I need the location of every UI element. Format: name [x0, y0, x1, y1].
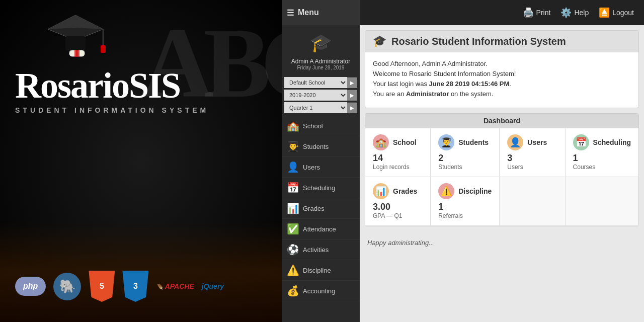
- dash-item-users[interactable]: 👤 Users 3 Users: [500, 128, 565, 177]
- dash-users-header: 👤 Users: [507, 134, 557, 150]
- dash-item-empty1: [500, 177, 565, 226]
- scheduling-menu-label: Scheduling: [303, 184, 335, 192]
- dash-students-label: Students: [438, 164, 492, 171]
- year-dropdown[interactable]: 2019-2020 ▶: [284, 90, 357, 101]
- system-icon: 🎓: [373, 35, 386, 48]
- dash-school-header: 🏫 School: [373, 134, 423, 150]
- help-label: Help: [574, 9, 589, 17]
- user-name: Admin A Administrator: [287, 58, 355, 65]
- graduation-cap-icon: [45, 10, 106, 60]
- sidebar-item-discipline[interactable]: ⚠️ Discipline: [282, 260, 360, 281]
- dash-grades-icon: 📊: [373, 183, 389, 199]
- php-logo: php: [15, 277, 46, 296]
- dash-discipline-count: 1: [438, 202, 492, 212]
- welcome-title: Rosario Student Information System: [391, 36, 566, 47]
- menu-icon: ☰: [287, 8, 294, 18]
- last-login-prefix: Your last login was: [373, 80, 429, 88]
- school-arrow-icon[interactable]: ▶: [347, 77, 357, 88]
- menu-items-list: 🏫 School 👨‍🎓 Students 👤 Users 📅 Scheduli…: [282, 116, 360, 301]
- welcome-header: 🎓 Rosario Student Information System: [365, 31, 638, 52]
- user-info: 🎓 Admin A Administrator Friday June 28, …: [282, 25, 360, 75]
- dash-users-label: Users: [507, 164, 557, 171]
- dash-item-school[interactable]: 🏫 School 14 Login records: [365, 128, 431, 177]
- dash-scheduling-header: 📅 Scheduling: [573, 134, 631, 150]
- user-date: Friday June 28, 2019: [287, 65, 355, 70]
- logout-label: Logout: [612, 9, 634, 17]
- school-select[interactable]: Default School: [284, 77, 347, 88]
- svg-rect-6: [101, 45, 106, 53]
- main-content: 🎓 Rosario Student Information System Goo…: [360, 25, 644, 322]
- quarter-select[interactable]: Quarter 1: [284, 102, 347, 113]
- scheduling-menu-icon: 📅: [287, 182, 299, 194]
- dash-students-header: 👨‍🎓 Students: [438, 134, 492, 150]
- dash-discipline-header: ⚠️ Discipline: [438, 183, 492, 199]
- dash-grades-title: Grades: [393, 187, 417, 195]
- sidebar-item-school[interactable]: 🏫 School: [282, 116, 360, 136]
- grades-menu-icon: 📊: [287, 202, 299, 214]
- menu-header: ☰ Menu: [282, 0, 360, 25]
- role-line: You are an Administrator on the system.: [373, 90, 631, 98]
- school-menu-icon: 🏫: [287, 120, 299, 132]
- dash-grades-label: GPA — Q1: [373, 212, 423, 219]
- sidebar-item-scheduling[interactable]: 📅 Scheduling: [282, 178, 360, 198]
- html5-logo: 5: [89, 271, 115, 302]
- accounting-menu-label: Accounting: [303, 287, 335, 295]
- attendance-menu-icon: ✅: [287, 223, 299, 235]
- sidebar: ☰ Menu 🎓 Admin A Administrator Friday Ju…: [282, 0, 360, 322]
- print-label: Print: [536, 9, 551, 17]
- sidebar-item-students[interactable]: 👨‍🎓 Students: [282, 136, 360, 157]
- role-prefix: You are an: [373, 90, 406, 98]
- quarter-arrow-icon[interactable]: ▶: [347, 103, 357, 113]
- students-menu-icon: 👨‍🎓: [287, 140, 299, 152]
- right-panel: 🖨️ Print ⚙️ Help ⏏️ Logout ☰ Menu 🎓 Admi…: [282, 0, 644, 322]
- school-menu-label: School: [303, 122, 323, 130]
- dash-item-students[interactable]: 👨‍🎓 Students 2 Students: [431, 128, 500, 177]
- activities-menu-icon: ⚽: [287, 244, 299, 256]
- sidebar-item-accounting[interactable]: 💰 Accounting: [282, 281, 360, 301]
- dash-discipline-label: Referrals: [438, 212, 492, 219]
- dash-scheduling-title: Scheduling: [593, 138, 631, 146]
- welcome-body: Good Afternoon, Admin A Administrator. W…: [365, 52, 638, 108]
- user-avatar: 🎓: [308, 30, 334, 55]
- print-button[interactable]: 🖨️ Print: [523, 7, 551, 18]
- discipline-menu-label: Discipline: [303, 267, 331, 274]
- welcome-panel: 🎓 Rosario Student Information System Goo…: [365, 30, 639, 108]
- dash-students-title: Students: [458, 138, 489, 146]
- sidebar-item-activities[interactable]: ⚽ Activities: [282, 239, 360, 260]
- welcome-line1: Welcome to Rosario Student Information S…: [373, 70, 631, 77]
- dashboard-grid: 🏫 School 14 Login records 👨‍🎓 Students 2…: [365, 128, 638, 226]
- dash-users-icon: 👤: [507, 134, 523, 150]
- dash-students-icon: 👨‍🎓: [438, 134, 454, 150]
- svg-marker-1: [48, 15, 103, 29]
- quarter-dropdown[interactable]: Quarter 1 ▶: [284, 102, 357, 113]
- dash-users-title: Users: [527, 138, 547, 146]
- dash-item-discipline[interactable]: ⚠️ Discipline 1 Referrals: [431, 177, 500, 226]
- sidebar-item-users[interactable]: 👤 Users: [282, 157, 360, 178]
- dash-scheduling-count: 1: [573, 153, 631, 164]
- last-login-line: Your last login was June 28 2019 04:15:4…: [373, 80, 631, 88]
- help-button[interactable]: ⚙️ Help: [560, 7, 589, 18]
- users-menu-label: Users: [303, 164, 320, 171]
- activities-menu-label: Activities: [303, 246, 329, 254]
- svg-rect-2: [65, 36, 86, 50]
- students-menu-label: Students: [303, 143, 329, 150]
- dash-item-empty2: [566, 177, 638, 226]
- school-dropdown[interactable]: Default School ▶: [284, 77, 357, 88]
- logo-area: RosarioSIS STUDENT INFORMATION SYSTEM: [15, 10, 209, 114]
- left-background: ABC RosarioSIS STUDENT: [0, 0, 282, 322]
- year-select[interactable]: 2019-2020: [284, 90, 347, 101]
- dash-school-icon: 🏫: [373, 134, 389, 150]
- svg-rect-7: [74, 50, 79, 57]
- logout-button[interactable]: ⏏️ Logout: [599, 7, 634, 18]
- sidebar-item-attendance[interactable]: ✅ Attendance: [282, 219, 360, 239]
- logout-icon: ⏏️: [599, 7, 610, 18]
- last-login-value: June 28 2019 04:15:46 PM: [429, 80, 510, 88]
- sidebar-item-grades[interactable]: 📊 Grades: [282, 198, 360, 219]
- dash-item-scheduling[interactable]: 📅 Scheduling 1 Courses: [566, 128, 638, 177]
- jquery-logo: jQuery: [202, 282, 224, 290]
- dash-school-label: Login records: [373, 164, 423, 171]
- dash-scheduling-icon: 📅: [573, 134, 589, 150]
- dash-item-grades[interactable]: 📊 Grades 3.00 GPA — Q1: [365, 177, 431, 226]
- dash-scheduling-label: Courses: [573, 164, 631, 171]
- year-arrow-icon[interactable]: ▶: [347, 90, 357, 101]
